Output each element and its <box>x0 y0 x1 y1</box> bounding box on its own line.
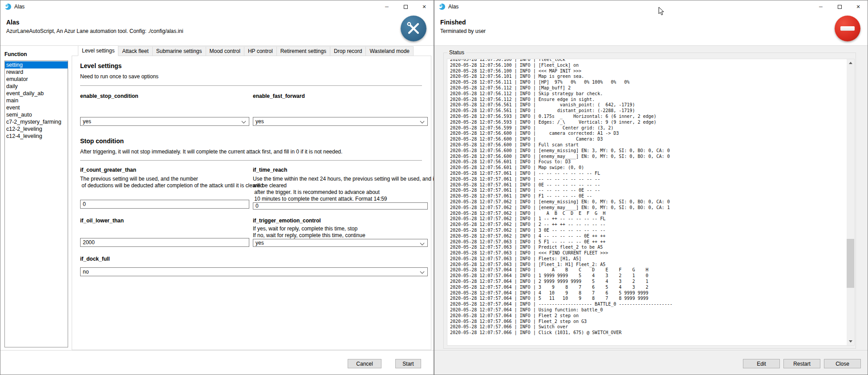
function-list-item[interactable]: main <box>5 97 68 104</box>
form-row-dock: if_dock_full no <box>80 256 426 276</box>
chevron-down-icon <box>420 270 425 274</box>
log-line: 2020-05-28 12:07:57.062 | INFO | 3 0E --… <box>450 228 854 234</box>
if-time-reach-input[interactable] <box>253 202 428 210</box>
left-titlebar[interactable]: Alas ─ ✕ <box>0 0 434 13</box>
enable-fast-forward-select[interactable]: yes <box>253 117 428 126</box>
settings-tab[interactable]: Wasteland mode <box>366 46 414 56</box>
log-line: 2020-05-28 12:07:57.062 | INFO | A B C D… <box>450 211 854 217</box>
log-view[interactable]: 2020-05-28 12:07:56.100 | INFO | fleet_l… <box>447 59 855 346</box>
close-icon[interactable]: ✕ <box>415 0 434 13</box>
start-button[interactable]: Start <box>395 359 421 368</box>
form-row-oil-emotion: if_oil_lower_than if_trigger_emotion_con… <box>80 218 426 247</box>
log-text: 2020-05-28 12:07:56.100 | INFO | fleet_l… <box>447 59 854 343</box>
run-status-title: Finished <box>440 19 466 26</box>
if-trigger-emotion-control-select[interactable]: yes <box>253 239 428 247</box>
log-line: 2020-05-28 12:07:57.063 | INFO | [Fleet_… <box>450 262 854 268</box>
scroll-up-icon[interactable] <box>847 59 854 67</box>
function-list-item[interactable]: c7-2_mystery_farming <box>5 118 68 125</box>
section-heading: Level settings <box>80 62 426 69</box>
settings-tab[interactable]: Attack fleet <box>118 46 152 56</box>
log-line: 2020-05-28 12:07:57.064 | INFO | 1 9999 … <box>450 273 854 279</box>
log-scrollbar[interactable] <box>847 59 854 345</box>
chevron-down-icon <box>420 241 425 246</box>
field-if-count-greater-than: if_count_greater_than The previous setti… <box>80 167 249 209</box>
function-list-item[interactable]: reward <box>5 69 68 76</box>
minimize-icon[interactable]: ─ <box>377 0 396 13</box>
restart-button[interactable]: Restart <box>783 359 820 368</box>
field-label: enable_stop_condition <box>80 93 249 99</box>
if-dock-full-select[interactable]: no <box>80 267 428 276</box>
log-line: 2020-05-28 12:07:57.063 | INFO | Predict… <box>450 245 854 250</box>
log-line: 2020-05-28 12:07:57.061 | INFO | -- -- -… <box>450 177 854 182</box>
alas-app-icon <box>4 3 12 10</box>
function-list-item[interactable]: c12-2_leveling <box>5 125 68 133</box>
log-line: 2020-05-28 12:07:57.064 | INFO | 4 10 9 … <box>450 290 854 296</box>
form-row-enable: enable_stop_condition yes enable_fast_fo… <box>80 93 426 126</box>
log-line: 2020-05-28 12:07:57.064 | INFO | 5 11 10… <box>450 296 854 302</box>
settings-tab[interactable]: Level settings <box>78 45 118 56</box>
log-line: 2020-05-28 12:07:57.066 | INFO | Switch … <box>450 324 854 330</box>
stop-sign-icon <box>835 16 860 41</box>
function-list-item[interactable]: event <box>5 104 68 111</box>
right-footer: Edit Restart Close <box>434 350 868 375</box>
right-titlebar[interactable]: Alas ─ ✕ <box>434 0 868 13</box>
log-line: 2020-05-28 12:07:56.601 | INFO | Map swi… <box>450 165 854 171</box>
maximize-icon[interactable] <box>396 0 415 13</box>
edit-button[interactable]: Edit <box>743 359 780 368</box>
log-line: 2020-05-28 12:07:56.100 | INFO | <<< MAP… <box>450 69 854 74</box>
settings-tab[interactable]: Retirement settings <box>277 46 330 56</box>
log-line: 2020-05-28 12:07:57.066 | INFO | Click (… <box>450 330 854 336</box>
settings-tab[interactable]: Submarine settings <box>153 46 206 56</box>
log-line: 2020-05-28 12:07:56.601 | INFO | Focus t… <box>450 159 854 165</box>
log-line: 2020-05-28 12:07:56.100 | INFO | fleet_l… <box>450 59 854 63</box>
log-line: 2020-05-28 12:07:56.600 | INFO | [enemy_… <box>450 148 854 154</box>
left-window: Alas ─ ✕ Alas AzurLaneAutoScript, An Azu… <box>0 0 434 375</box>
scrollbar-thumb[interactable] <box>847 239 854 288</box>
log-line: 2020-05-28 12:07:56.100 | INFO | [Fleet_… <box>450 63 854 69</box>
mouse-cursor <box>658 7 665 16</box>
settings-tab[interactable]: HP control <box>244 46 277 56</box>
function-label: Function <box>4 51 68 57</box>
settings-tab[interactable]: Drop record <box>330 46 366 56</box>
function-listbox[interactable]: settingrewardemulatordailyevent_daily_ab… <box>4 60 68 347</box>
log-line: 2020-05-28 12:07:57.064 | INFO | Fleet 2… <box>450 313 854 319</box>
if-count-greater-than-input[interactable] <box>80 200 249 209</box>
function-sidebar: Function settingrewardemulatordailyevent… <box>0 46 72 350</box>
function-list-item[interactable]: event_daily_ab <box>5 90 68 97</box>
function-list-item[interactable]: daily <box>5 83 68 90</box>
settings-tab[interactable]: Mood control <box>206 46 244 56</box>
enable-stop-condition-select[interactable]: yes <box>80 117 249 126</box>
left-body: Function settingrewardemulatordailyevent… <box>0 46 434 350</box>
field-desc: The previous setting will be used, and t… <box>80 176 249 189</box>
close-icon[interactable]: ✕ <box>849 0 868 13</box>
log-line: 2020-05-28 12:07:57.062 | INFO | [enemy_… <box>450 199 854 205</box>
log-line: 2020-05-28 12:07:56.593 | INFO | Edges: … <box>450 120 854 125</box>
maximize-icon[interactable] <box>830 0 849 13</box>
form-row-count-time: if_count_greater_than The previous setti… <box>80 167 426 209</box>
log-line: 2020-05-28 12:07:57.061 | INFO | 0E -- -… <box>450 182 854 188</box>
scroll-down-icon[interactable] <box>847 338 854 345</box>
log-line: 2020-05-28 12:07:57.061 | INFO | -- -- -… <box>450 171 854 177</box>
minimize-icon[interactable]: ─ <box>811 0 830 13</box>
function-list-item[interactable]: setting <box>5 61 68 69</box>
tools-icon <box>401 16 426 41</box>
log-line: 2020-05-28 12:07:57.063 | INFO | <<< FIN… <box>450 250 854 256</box>
log-line: 2020-05-28 12:07:56.112 | INFO | Ensure … <box>450 97 854 103</box>
log-line: 2020-05-28 12:07:57.062 | INFO | 1 -- ++… <box>450 216 854 222</box>
if-oil-lower-than-input[interactable] <box>80 238 249 247</box>
log-line: 2020-05-28 12:07:57.064 | INFO | 2 9999 … <box>450 279 854 285</box>
left-app-header: Alas AzurLaneAutoScript, An Azur Lane au… <box>0 13 434 46</box>
selected-value: yes <box>256 118 264 125</box>
settings-tabs[interactable]: Level settingsAttack fleetSubmarine sett… <box>78 46 431 56</box>
function-list-item[interactable]: c12-4_leveling <box>5 133 68 140</box>
function-list-item[interactable]: emulator <box>5 76 68 83</box>
section-subheading: Need to run once to save options <box>80 73 426 80</box>
log-line: 2020-05-28 12:07:56.600 | INFO | [enemy_… <box>450 154 854 160</box>
log-line: 2020-05-28 12:07:57.066 | INFO | Fleet_2… <box>450 319 854 325</box>
divider <box>80 85 422 86</box>
function-list-item[interactable]: semi_auto <box>5 111 68 118</box>
log-line: 2020-05-28 12:07:56.600 | INFO | camera … <box>450 131 854 137</box>
cancel-button[interactable]: Cancel <box>348 359 381 368</box>
close-button[interactable]: Close <box>824 359 861 368</box>
field-desc: If yes, wait for reply, complete this ti… <box>253 226 428 239</box>
